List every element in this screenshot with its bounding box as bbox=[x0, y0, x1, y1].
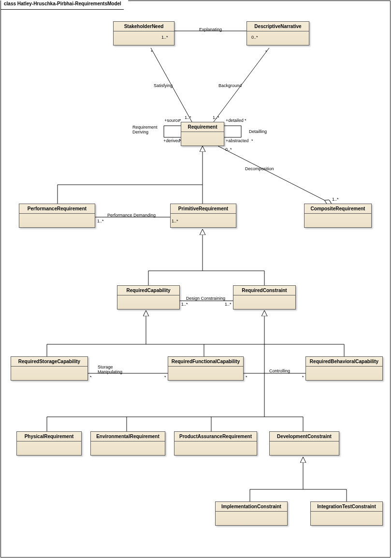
connectors bbox=[1, 1, 390, 557]
label-satisfying: Satisfying bbox=[154, 83, 173, 88]
class-name: PerformanceRequirement bbox=[19, 204, 95, 214]
label-design-constraining: Design Constraining bbox=[186, 296, 225, 301]
class-primitive-requirement[interactable]: PrimitiveRequirement bbox=[170, 204, 236, 228]
mult: 0..* bbox=[225, 147, 232, 152]
class-name: ImplementationConstraint bbox=[216, 502, 287, 512]
mult: * bbox=[151, 49, 153, 54]
svg-line-7 bbox=[218, 146, 331, 204]
mult: * bbox=[251, 138, 253, 143]
label-explanating: Explanating bbox=[199, 27, 222, 32]
class-required-storage-capability[interactable]: RequiredStorageCapability bbox=[11, 356, 88, 381]
class-required-capability[interactable]: RequiredCapability bbox=[117, 285, 180, 309]
class-name: PrimitiveRequirement bbox=[171, 204, 236, 214]
mult: * bbox=[245, 118, 247, 123]
class-product-assurance-requirement[interactable]: ProductAssuranceRequirement bbox=[174, 431, 257, 456]
role-source: +source bbox=[164, 118, 180, 123]
class-name: EnvironmentalRequirement bbox=[91, 432, 165, 441]
class-composite-requirement[interactable]: CompositeRequirement bbox=[304, 204, 372, 228]
label-performance-demanding: Performance Demanding bbox=[107, 213, 156, 218]
class-required-functional-capability[interactable]: RequiredFunctionalCapability bbox=[168, 356, 244, 381]
mult: * bbox=[179, 118, 181, 123]
role-derived: +derived bbox=[163, 138, 180, 143]
class-name: CompositeRequirement bbox=[305, 204, 371, 214]
class-name: DevelopmentConstraint bbox=[270, 432, 339, 441]
class-name: IntegrationTestConstraint bbox=[311, 502, 382, 512]
frame-title: class Hatley-Hruschka-Pirbhai-Requiremen… bbox=[0, 0, 129, 10]
class-stakeholder-need[interactable]: StakeholderNeed bbox=[113, 21, 174, 45]
class-environmental-requirement[interactable]: EnvironmentalRequirement bbox=[90, 431, 165, 456]
mult: 1..* bbox=[161, 35, 168, 40]
class-name: StakeholderNeed bbox=[114, 22, 174, 31]
class-development-constraint[interactable]: DevelopmentConstraint bbox=[269, 431, 339, 456]
mult: 1..* bbox=[332, 197, 339, 202]
class-name: ProductAssuranceRequirement bbox=[174, 432, 257, 441]
role-abstracted: +abstracted bbox=[226, 138, 248, 143]
class-required-behavioral-capability[interactable]: RequiredBehavioralCapability bbox=[305, 356, 383, 381]
mult: 1..* bbox=[97, 219, 104, 223]
mult: * bbox=[90, 375, 92, 380]
class-requirement[interactable]: Requirement bbox=[181, 122, 224, 146]
mult: 1..* bbox=[185, 115, 191, 120]
class-descriptive-narrative[interactable]: DescriptiveNarrative bbox=[247, 21, 309, 45]
mult: 1..* bbox=[225, 302, 232, 307]
mult: 1..* bbox=[213, 115, 219, 120]
mult: 0..* bbox=[251, 35, 258, 40]
class-name: RequiredFunctionalCapability bbox=[168, 357, 243, 367]
class-name: DescriptiveNarrative bbox=[247, 22, 309, 31]
role-detailed: +detailed bbox=[226, 118, 244, 123]
class-physical-requirement[interactable]: PhysicalRequirement bbox=[16, 431, 82, 456]
class-name: RequiredBehavioralCapability bbox=[306, 357, 382, 367]
label-detailling: Detailling bbox=[249, 129, 267, 134]
label-background: Background bbox=[218, 83, 242, 88]
label-storage-manipulating: Storage Manipulating bbox=[98, 365, 127, 374]
class-name: Requirement bbox=[181, 122, 224, 132]
class-name: PhysicalRequirement bbox=[17, 432, 81, 441]
label-decomposition: Decomposition bbox=[245, 166, 274, 171]
mult: * bbox=[265, 49, 267, 54]
class-required-constraint[interactable]: RequiredConstraint bbox=[233, 285, 296, 309]
class-performance-requirement[interactable]: PerformanceRequirement bbox=[19, 204, 95, 228]
class-implementation-constraint[interactable]: ImplementationConstraint bbox=[215, 501, 288, 526]
mult: 1..* bbox=[172, 219, 178, 223]
class-name: RequiredStorageCapability bbox=[11, 357, 87, 367]
mult: 1..* bbox=[181, 302, 188, 307]
label-controlling: Controlling bbox=[269, 368, 290, 373]
class-integration-test-constraint[interactable]: IntegrationTestConstraint bbox=[310, 501, 383, 526]
mult: * bbox=[179, 138, 181, 143]
class-name: RequiredCapability bbox=[117, 286, 179, 295]
mult: * bbox=[302, 375, 304, 380]
class-name: RequiredConstraint bbox=[233, 286, 295, 295]
label-requirement-deriving: Requirement Deriving bbox=[132, 125, 163, 134]
mult: * bbox=[246, 375, 247, 380]
diagram-frame: class Hatley-Hruschka-Pirbhai-Requiremen… bbox=[0, 0, 391, 558]
mult: * bbox=[164, 375, 166, 380]
